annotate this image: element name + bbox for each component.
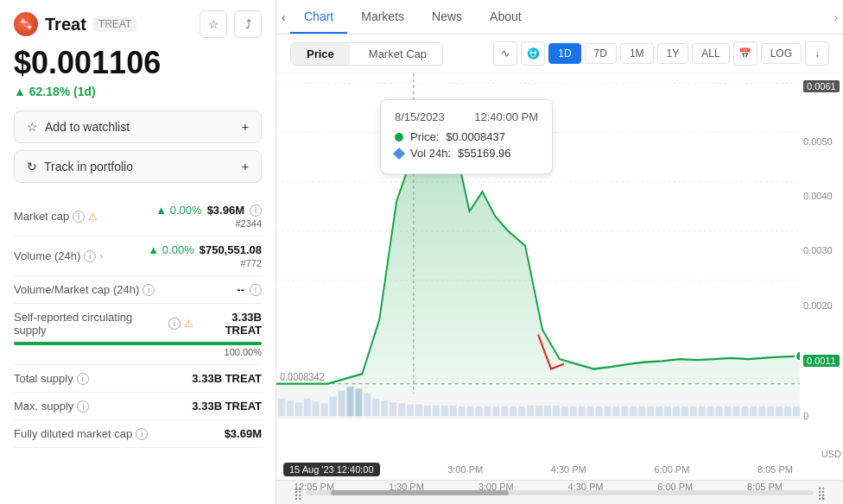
svg-rect-43 bbox=[544, 406, 551, 417]
svg-rect-24 bbox=[381, 400, 388, 416]
log-button[interactable]: LOG bbox=[761, 43, 802, 64]
star-button[interactable]: ☆ bbox=[200, 10, 227, 38]
total-supply-label: Total supply bbox=[14, 372, 73, 385]
tooltip-time: 12:40:00 PM bbox=[474, 110, 538, 123]
svg-rect-54 bbox=[638, 406, 645, 416]
plus-icon-watchlist: + bbox=[242, 120, 249, 134]
add-watchlist-label: Add to watchlist bbox=[45, 120, 130, 134]
market-cap-warn-icon: ⚠ bbox=[88, 211, 98, 223]
x-label-6pm: 6:00 PM bbox=[654, 464, 689, 475]
svg-rect-45 bbox=[561, 406, 568, 416]
svg-rect-23 bbox=[372, 399, 379, 417]
tooltip-price-value: $0.0008437 bbox=[446, 130, 505, 143]
supply-pct: 100.00% bbox=[14, 347, 262, 357]
coin-header: 🍬 Treat TREAT ☆ ⤴ bbox=[14, 10, 262, 38]
volume-value: $750,551.08 bbox=[200, 243, 262, 256]
total-supply-info-icon[interactable]: i bbox=[77, 373, 89, 385]
1m-button[interactable]: 1M bbox=[620, 43, 654, 64]
tooltip-date: 8/15/2023 bbox=[395, 110, 445, 123]
stats-section: Market cap i ⚠ ▲ 0.00% $3.96M i #2344 Vo… bbox=[14, 197, 262, 448]
svg-rect-48 bbox=[587, 406, 594, 416]
tab-news[interactable]: News bbox=[418, 1, 476, 34]
7d-button[interactable]: 7D bbox=[585, 43, 617, 64]
1d-button[interactable]: 1D bbox=[548, 43, 580, 64]
svg-rect-47 bbox=[579, 406, 586, 416]
svg-rect-58 bbox=[673, 406, 680, 416]
svg-rect-28 bbox=[415, 405, 422, 417]
add-watchlist-button[interactable]: ☆ Add to watchlist + bbox=[14, 110, 262, 143]
track-portfolio-button[interactable]: ↻ Track in portfolio + bbox=[14, 150, 262, 183]
svg-rect-59 bbox=[681, 406, 688, 416]
svg-rect-55 bbox=[647, 406, 654, 416]
max-supply-info-icon[interactable]: i bbox=[77, 400, 89, 413]
chart-area: 0.0008342 bbox=[276, 73, 843, 504]
calendar-icon-btn[interactable]: 📅 bbox=[733, 41, 757, 66]
svg-rect-22 bbox=[364, 394, 371, 416]
svg-rect-37 bbox=[492, 406, 499, 416]
vol-mcap-label: Volume/Market cap (24h) bbox=[14, 283, 139, 296]
svg-rect-32 bbox=[450, 406, 457, 417]
candle-chart-icon-btn[interactable]: ⛎ bbox=[521, 41, 545, 66]
volume-arrow-icon[interactable]: › bbox=[99, 250, 103, 262]
vol-mcap-value-info[interactable]: i bbox=[250, 284, 262, 296]
supply-value: 3.33B TREAT bbox=[193, 311, 262, 337]
svg-rect-14 bbox=[295, 402, 302, 416]
market-cap-row: Market cap i ⚠ ▲ 0.00% $3.96M i #2344 bbox=[14, 197, 262, 236]
supply-label: Self-reported circulating supply bbox=[14, 311, 165, 337]
svg-text:0.0008342: 0.0008342 bbox=[280, 370, 325, 382]
tab-chart[interactable]: Chart bbox=[290, 1, 347, 34]
max-supply-label: Max. supply bbox=[14, 400, 73, 413]
tooltip-vol-label: Vol 24h: bbox=[410, 147, 451, 160]
supply-info-icon[interactable]: i bbox=[168, 318, 181, 330]
share-button[interactable]: ⤴ bbox=[234, 10, 262, 38]
y-label-1: 0.0050 bbox=[803, 136, 840, 147]
vol-mcap-value: -- bbox=[237, 283, 244, 296]
svg-rect-69 bbox=[767, 406, 774, 416]
x-label-date: 15 Aug '23 bbox=[289, 464, 334, 475]
svg-rect-34 bbox=[467, 406, 474, 416]
coin-logo: 🍬 bbox=[14, 12, 38, 36]
x-bottom-600: 6:00 PM bbox=[657, 482, 693, 492]
marketcap-type-button[interactable]: Market Cap bbox=[353, 43, 442, 65]
supply-progress-bar bbox=[14, 342, 262, 345]
tooltip-vol-icon bbox=[393, 147, 405, 159]
x-bottom-430: 4:30 PM bbox=[567, 482, 603, 492]
svg-rect-20 bbox=[346, 387, 353, 416]
tab-markets[interactable]: Markets bbox=[347, 1, 418, 34]
tab-nav-right[interactable]: › bbox=[828, 7, 843, 28]
svg-rect-26 bbox=[398, 403, 405, 416]
market-cap-value-info[interactable]: i bbox=[250, 205, 262, 217]
svg-rect-39 bbox=[510, 406, 517, 416]
volume-info-icon[interactable]: i bbox=[84, 250, 96, 262]
plus-icon-portfolio: + bbox=[242, 160, 249, 173]
market-cap-info-icon[interactable]: i bbox=[73, 211, 85, 223]
1y-button[interactable]: 1Y bbox=[657, 43, 689, 64]
x-bottom-1205: 12:05 PM bbox=[294, 482, 334, 492]
tab-about[interactable]: About bbox=[476, 1, 536, 34]
svg-rect-56 bbox=[656, 406, 662, 416]
usd-label: USD bbox=[821, 449, 841, 459]
max-supply-value: 3.33B TREAT bbox=[192, 400, 262, 413]
x-label-430pm: 4:30 PM bbox=[551, 464, 586, 475]
tab-nav-left[interactable]: ‹ bbox=[276, 7, 291, 28]
fdmc-info-icon[interactable]: i bbox=[136, 428, 148, 440]
svg-rect-30 bbox=[433, 406, 440, 417]
svg-rect-33 bbox=[459, 406, 466, 416]
coin-symbol: TREAT bbox=[93, 16, 136, 32]
svg-rect-63 bbox=[716, 406, 723, 416]
line-chart-icon-btn[interactable]: ∿ bbox=[493, 41, 517, 66]
download-icon-btn[interactable]: ↓ bbox=[805, 41, 829, 66]
svg-rect-70 bbox=[776, 406, 783, 416]
svg-rect-49 bbox=[596, 406, 603, 416]
svg-rect-35 bbox=[475, 406, 482, 416]
total-supply-row: Total supply i 3.33B TREAT bbox=[14, 365, 262, 393]
price-change: ▲ 62.18% (1d) bbox=[14, 85, 262, 98]
tooltip-price-dot bbox=[395, 133, 403, 142]
all-button[interactable]: ALL bbox=[692, 43, 729, 64]
coin-actions: ☆ ⤴ bbox=[200, 10, 262, 38]
scroll-handle-right[interactable]: ⣿ bbox=[817, 486, 826, 500]
fdmc-value: $3.69M bbox=[225, 427, 262, 440]
price-type-button[interactable]: Price bbox=[291, 43, 350, 65]
svg-rect-17 bbox=[321, 403, 328, 416]
vol-mcap-info-icon[interactable]: i bbox=[143, 284, 155, 296]
